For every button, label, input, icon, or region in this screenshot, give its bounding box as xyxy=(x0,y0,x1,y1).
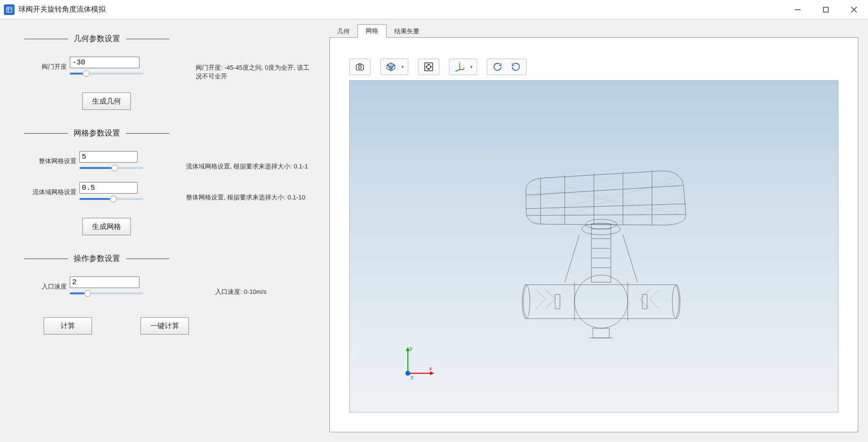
svg-text:x: x xyxy=(463,66,465,69)
valve-angle-hint: 阀门开度: -45-45度之间, 0度为全开, 该工况不可全开 xyxy=(196,63,315,81)
svg-point-26 xyxy=(405,371,410,376)
compute-oneclick-button[interactable]: 一键计算 xyxy=(140,317,189,335)
minimize-button[interactable] xyxy=(784,0,812,19)
inlet-velocity-hint: 入口速度: 0-10m/s xyxy=(215,288,266,296)
rotate-ccw-icon[interactable] xyxy=(508,60,524,74)
fluid-mesh-input[interactable] xyxy=(79,182,138,194)
tab-result[interactable]: 结果矢量 xyxy=(387,25,427,38)
geometry-section-title: 几何参数设置 xyxy=(74,34,120,44)
axes-dropdown-icon[interactable]: ▾ xyxy=(468,64,475,69)
inlet-velocity-label: 入口速度 xyxy=(24,282,67,291)
viewer-toolbar: ▾ y x xyxy=(349,57,838,76)
wireframe-cube-icon[interactable] xyxy=(383,60,399,74)
mesh-section-header: 网格参数设置 xyxy=(24,128,315,138)
viewport-3d[interactable]: y x z xyxy=(349,80,838,412)
svg-point-19 xyxy=(574,275,628,328)
mesh-section-title: 网格参数设置 xyxy=(74,128,120,138)
app-icon xyxy=(4,4,15,15)
mesh-model-sketch xyxy=(468,152,720,355)
svg-text:x: x xyxy=(429,366,432,371)
compute-button[interactable]: 计算 xyxy=(44,317,92,335)
svg-point-16 xyxy=(582,223,620,235)
operation-section-header: 操作参数设置 xyxy=(24,254,315,264)
generate-mesh-button[interactable]: 生成网格 xyxy=(82,218,131,235)
global-mesh-slider[interactable] xyxy=(79,165,143,171)
rotate-cw-icon[interactable] xyxy=(489,60,506,74)
tab-geometry[interactable]: 几何 xyxy=(329,25,357,38)
inlet-velocity-slider[interactable] xyxy=(70,290,143,297)
title-bar: 球阀开关旋转角度流体模拟 xyxy=(0,0,868,19)
fluid-mesh-hint: 流体域网格设置, 根据要求来选择大小: 0.1-1 xyxy=(186,162,308,171)
axis-triad: y x z xyxy=(398,344,437,383)
svg-marker-24 xyxy=(430,371,434,375)
svg-rect-2 xyxy=(823,7,828,12)
svg-text:z: z xyxy=(455,69,457,72)
svg-text:y: y xyxy=(459,61,460,63)
svg-point-15 xyxy=(586,219,617,229)
svg-point-18 xyxy=(672,285,680,319)
maximize-button[interactable] xyxy=(812,0,840,19)
parameter-panel: 几何参数设置 阀门开度 阀门开度: -45-45度之间, 0度为全开, xyxy=(0,19,329,442)
window-title: 球阀开关旋转角度流体模拟 xyxy=(18,5,106,14)
generate-geometry-button[interactable]: 生成几何 xyxy=(82,92,131,110)
viewer-tabs: 几何 网格 结果矢量 xyxy=(329,24,858,38)
fluid-mesh-label: 流体域网格设置 xyxy=(24,188,77,197)
viewer-frame: ▾ y x xyxy=(329,37,858,432)
svg-point-6 xyxy=(358,66,361,69)
valve-angle-input[interactable] xyxy=(70,57,140,68)
svg-marker-21 xyxy=(406,347,410,351)
global-mesh-label: 整体网格设置 xyxy=(24,157,77,166)
tab-mesh[interactable]: 网格 xyxy=(357,24,387,38)
window-controls xyxy=(784,0,868,19)
svg-point-17 xyxy=(522,285,530,319)
wireframe-dropdown-icon[interactable]: ▾ xyxy=(399,64,406,69)
pan-arrows-icon[interactable] xyxy=(420,60,437,74)
svg-rect-14 xyxy=(591,224,611,282)
svg-line-12 xyxy=(456,70,460,72)
global-mesh-hint: 整体网格设置, 根据要求来选择大小: 0.1-10 xyxy=(186,193,305,202)
viewer-panel: 几何 网格 结果矢量 ▾ xyxy=(329,19,868,442)
camera-snapshot-icon[interactable] xyxy=(352,60,368,74)
svg-rect-5 xyxy=(356,65,364,70)
inlet-velocity-input[interactable] xyxy=(70,276,140,288)
close-button[interactable] xyxy=(840,0,868,19)
svg-text:y: y xyxy=(410,345,413,351)
svg-text:z: z xyxy=(411,374,414,380)
axes-orientation-icon[interactable]: y x z xyxy=(451,60,468,74)
svg-rect-0 xyxy=(7,7,12,12)
valve-angle-slider[interactable] xyxy=(70,70,143,77)
valve-angle-label: 阀门开度 xyxy=(24,62,67,71)
geometry-section-header: 几何参数设置 xyxy=(24,34,315,44)
operation-section-title: 操作参数设置 xyxy=(74,254,120,264)
global-mesh-input[interactable] xyxy=(79,151,138,163)
fluid-mesh-slider[interactable] xyxy=(79,196,143,202)
